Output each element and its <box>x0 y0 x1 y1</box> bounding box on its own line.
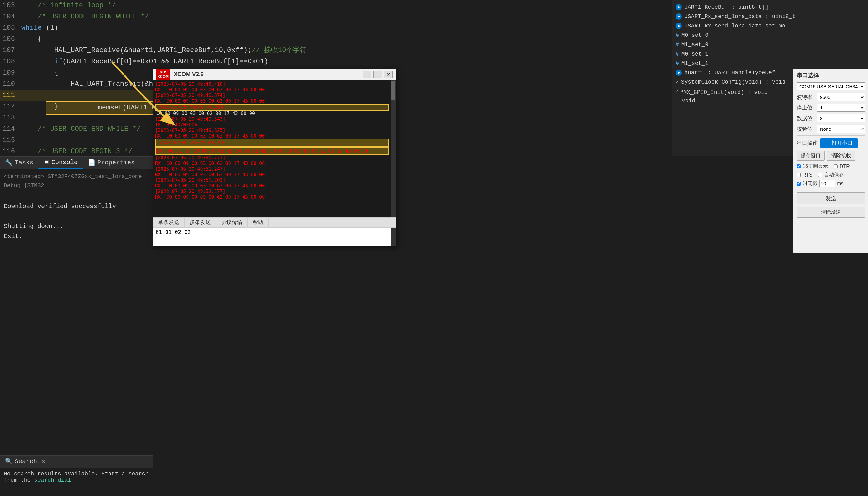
timestamp-input[interactable] <box>819 180 835 187</box>
settings-title: 串口选择 <box>796 72 865 79</box>
search-tabs: 🔍 Search ✕ <box>0 456 153 468</box>
console-content: <terminated> STM32F407ZGxx_test_lora_dom… <box>0 169 153 245</box>
console-msg-1: Download verified successfully <box>4 202 149 212</box>
hash-icon: # <box>676 31 679 40</box>
console-msg-2: Shutting down... <box>4 221 149 231</box>
log-timestamp-8: [2023-07-05 20:49:51.247] <box>155 166 389 172</box>
outline-label: USART_Rx_send_lora_data : uint8_t <box>684 12 795 21</box>
close-button[interactable]: ✕ <box>384 71 393 78</box>
save-window-button[interactable]: 保存窗口 <box>796 151 825 161</box>
log-tx-4: TX: 01010202D0A <box>155 122 389 128</box>
tab-single-send[interactable]: 单条发送 <box>153 217 185 228</box>
xcom-window: ATKXCOM XCOM V2.6 — □ ✕ [2023-07-05 20:4… <box>153 68 396 246</box>
outline-label: sMX_GPIO_Init(void) : void <box>681 86 768 97</box>
tab-tasks[interactable]: 🔧 Tasks <box>0 157 38 169</box>
send-button[interactable]: 发送 <box>796 192 865 204</box>
outline-label: UART1_ReceBuf : uint8_t[] <box>684 2 769 12</box>
xcom-send-area: 01 01 02 02 <box>153 228 396 246</box>
outline-label: USART_Rx_send_lora_data_set_mo <box>684 21 785 31</box>
divider-1 <box>796 135 865 136</box>
tasks-icon: 🔧 <box>5 157 13 169</box>
timestamp-checkbox[interactable] <box>796 182 801 186</box>
parity-row: 校验位 None <box>796 125 865 133</box>
xcom-log[interactable]: [2023-07-05 20:49:48.410] RX: C0 00 09 0… <box>153 80 391 217</box>
outline-item-m1set1: # M1_set_1 <box>674 59 866 68</box>
baud-label: 波特率 <box>796 94 815 101</box>
rts-checkbox[interactable] <box>796 173 801 177</box>
send-input[interactable]: 01 01 02 02 <box>153 228 391 246</box>
console-msg-3: Exit. <box>4 231 149 242</box>
maximize-button[interactable]: □ <box>373 71 382 78</box>
stop-select[interactable]: 1 <box>817 104 865 112</box>
outline-item-usart-rx: ● USART_Rx_send_lora_data : uint8_t <box>674 12 866 21</box>
hex-display-checkbox[interactable] <box>796 165 801 168</box>
search-magnifier-icon: 🔍 <box>5 455 13 468</box>
port-select[interactable]: COM16:USB-SERIAL CH34 <box>796 82 865 91</box>
tab-protocol[interactable]: 协议传输 <box>216 217 248 228</box>
xcom-title: ATKXCOM XCOM V2.6 <box>156 69 363 80</box>
outline-label: M1_set_0 <box>681 40 708 49</box>
log-rx-5: RX: C0 00 09 00 03 00 62 00 17 43 00 00 <box>155 133 389 139</box>
send-scrollbar[interactable] <box>391 228 396 246</box>
settings-panel: 串口选择 COM16:USB-SERIAL CH34 波特率 9600 停止位 … <box>793 68 868 253</box>
open-port-button[interactable]: 打开串口 <box>820 138 858 148</box>
clear-recv-button[interactable]: 清除接收 <box>827 151 855 161</box>
code-line-107: 107 HAL_UART_Receive(&huart1,UART1_ReceB… <box>0 45 356 56</box>
code-line-104: 104 /* USER CODE BEGIN WHILE */ <box>0 11 356 22</box>
dtr-label: DTR <box>840 164 850 169</box>
log-timestamp-1: [2023-07-05 20:49:48.410] <box>155 81 389 87</box>
parity-label: 校验位 <box>796 125 815 133</box>
log-timestamp-5: [2023-07-05 20:49:49.825] <box>155 128 389 133</box>
circle-icon: ● <box>676 4 682 10</box>
timestamp-unit: ms <box>837 181 843 187</box>
circle-icon: ● <box>676 23 682 29</box>
search-dial-link[interactable]: search dial <box>34 477 71 483</box>
outline-item-uart1recebuf: ● UART1_ReceBuf : uint8_t[] <box>674 2 866 12</box>
properties-icon: 📄 <box>88 157 95 169</box>
xcom-scrollbar[interactable] <box>391 80 396 217</box>
circle-icon: ● <box>676 69 682 76</box>
tab-properties[interactable]: 📄 Properties <box>83 157 140 169</box>
code-line-105: 105 while (1) <box>0 22 356 34</box>
scrollbar-handle[interactable] <box>391 81 395 100</box>
tab-search-label: Search <box>15 455 37 468</box>
baud-rate-row: 波特率 9600 <box>796 93 865 101</box>
parity-select[interactable]: None <box>817 125 865 133</box>
baud-select[interactable]: 9600 <box>817 93 865 101</box>
stop-label: 停止位 <box>796 104 815 111</box>
outline-label: void <box>676 96 695 106</box>
data-bits-row: 数据位 8 <box>796 114 865 122</box>
dtr-checkbox[interactable] <box>834 165 838 168</box>
timestamp-row: 时间戳 ms <box>796 180 865 187</box>
outline-item-usart-rx-set: ● USART_Rx_send_lora_data_set_mo <box>674 21 866 31</box>
clear-send-button[interactable]: 清除发送 <box>796 207 865 218</box>
outline-label: SystemClock_Config(void) : void <box>681 77 786 87</box>
xcom-titlebar: ATKXCOM XCOM V2.6 — □ ✕ <box>153 69 396 80</box>
outline-label: huart1 : UART_HandleTypeDef <box>684 68 775 77</box>
tab-console-label: Console <box>51 156 78 169</box>
minimize-button[interactable]: — <box>363 71 372 78</box>
xcom-title-text: XCOM V2.6 <box>174 71 204 78</box>
tab-multi-send[interactable]: 多条发送 <box>185 217 216 228</box>
auto-save-label: 自动保存 <box>824 172 844 178</box>
save-clear-row: 保存窗口 清除接收 <box>796 151 865 161</box>
log-rx-2: RX: C0 00 09 00 03 00 62 00 17 43 00 00 <box>155 98 389 104</box>
auto-save-checkbox[interactable] <box>818 173 822 177</box>
xcom-tabs: 单条发送 多条发送 协议传输 帮助 <box>153 217 396 228</box>
tab-search[interactable]: 🔍 Search ✕ <box>0 456 50 468</box>
log-rx-6-highlight: RX: 00 01 17 09 08 07 06 05 04 03 02 01 … <box>155 147 389 155</box>
tab-search-close[interactable]: ✕ <box>42 455 45 468</box>
search-content: No search results available. Start a sea… <box>0 468 153 486</box>
log-timestamp-10: [2023-07-05 20:49:52.177] <box>155 189 389 194</box>
search-panel: 🔍 Search ✕ No search results available. … <box>0 455 153 496</box>
outline-label: M0_set_0 <box>681 31 708 40</box>
tab-help[interactable]: 帮助 <box>248 217 269 228</box>
log-rx-9: RX: C0 00 09 00 03 00 62 00 17 43 00 00 <box>155 183 389 189</box>
search-message: No search results available. Start a sea… <box>4 471 148 483</box>
open-port-label: 打开串口 <box>832 139 853 146</box>
data-select[interactable]: 8 <box>817 114 865 122</box>
log-timestamp-7: [2023-07-05 20:49:50.771] <box>155 155 389 161</box>
hex-dtr-row: 16进制显示 DTR <box>796 163 865 170</box>
tab-console[interactable]: 🖥 Console <box>38 157 83 169</box>
port-radio-icon <box>825 141 830 145</box>
